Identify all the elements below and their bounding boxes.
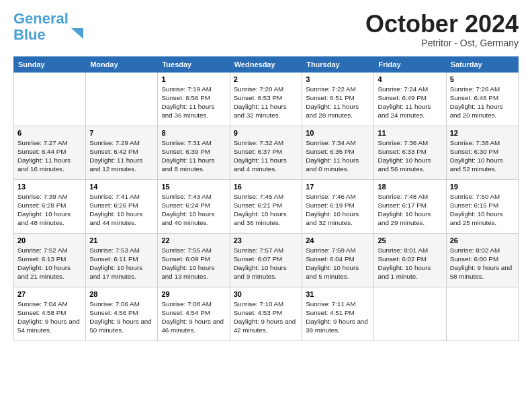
- day-number: 26: [450, 236, 515, 244]
- calendar-week-row: 27Sunrise: 7:04 AM Sunset: 4:58 PM Dayli…: [14, 287, 519, 340]
- day-number: 25: [378, 236, 442, 244]
- day-number: 15: [161, 183, 226, 191]
- table-row: 15Sunrise: 7:43 AM Sunset: 6:24 PM Dayli…: [158, 179, 230, 233]
- location-subtitle: Petritor - Ost, Germany: [365, 38, 519, 48]
- day-info: Sunrise: 7:45 AM Sunset: 6:21 PM Dayligh…: [234, 192, 299, 228]
- day-number: 27: [17, 290, 82, 298]
- day-info: Sunrise: 7:04 AM Sunset: 4:58 PM Dayligh…: [17, 300, 82, 335]
- day-info: Sunrise: 7:10 AM Sunset: 4:53 PM Dayligh…: [234, 300, 299, 335]
- calendar-week-row: 6Sunrise: 7:27 AM Sunset: 6:44 PM Daylig…: [14, 126, 519, 179]
- day-info: Sunrise: 7:19 AM Sunset: 6:56 PM Dayligh…: [161, 85, 226, 120]
- page: General Blue October 2024 Petritor - Ost…: [0, 0, 532, 348]
- day-number: 23: [234, 236, 299, 244]
- day-number: 13: [17, 183, 82, 191]
- table-row: 22Sunrise: 7:55 AM Sunset: 6:09 PM Dayli…: [158, 233, 230, 287]
- table-row: [86, 72, 158, 126]
- day-info: Sunrise: 7:59 AM Sunset: 6:04 PM Dayligh…: [306, 246, 370, 281]
- table-row: 8Sunrise: 7:31 AM Sunset: 6:39 PM Daylig…: [158, 126, 230, 179]
- day-info: Sunrise: 7:39 AM Sunset: 6:28 PM Dayligh…: [17, 192, 82, 228]
- day-number: 22: [161, 236, 226, 244]
- calendar-week-row: 20Sunrise: 7:52 AM Sunset: 6:13 PM Dayli…: [14, 233, 519, 287]
- table-row: 3Sunrise: 7:22 AM Sunset: 6:51 PM Daylig…: [302, 72, 374, 126]
- table-row: 2Sunrise: 7:20 AM Sunset: 6:53 PM Daylig…: [230, 72, 302, 126]
- day-info: Sunrise: 7:36 AM Sunset: 6:33 PM Dayligh…: [378, 138, 442, 174]
- calendar-week-row: 13Sunrise: 7:39 AM Sunset: 6:28 PM Dayli…: [14, 179, 519, 233]
- day-number: 5: [450, 75, 515, 83]
- day-info: Sunrise: 7:29 AM Sunset: 6:42 PM Dayligh…: [89, 138, 154, 174]
- table-row: 21Sunrise: 7:53 AM Sunset: 6:11 PM Dayli…: [86, 233, 158, 287]
- table-row: [446, 287, 518, 340]
- day-number: 30: [234, 290, 299, 298]
- logo-line2: Blue: [13, 26, 46, 43]
- day-number: 14: [89, 183, 154, 191]
- day-info: Sunrise: 7:41 AM Sunset: 6:26 PM Dayligh…: [89, 192, 154, 228]
- day-number: 10: [306, 129, 370, 137]
- day-info: Sunrise: 7:43 AM Sunset: 6:24 PM Dayligh…: [161, 192, 226, 228]
- day-info: Sunrise: 8:02 AM Sunset: 6:00 PM Dayligh…: [450, 246, 515, 281]
- col-tuesday: Tuesday: [158, 56, 230, 72]
- day-info: Sunrise: 7:53 AM Sunset: 6:11 PM Dayligh…: [89, 246, 154, 281]
- table-row: 12Sunrise: 7:38 AM Sunset: 6:30 PM Dayli…: [446, 126, 518, 179]
- table-row: 19Sunrise: 7:50 AM Sunset: 6:15 PM Dayli…: [446, 179, 518, 233]
- col-sunday: Sunday: [14, 56, 86, 72]
- logo-arrow-icon: [70, 27, 85, 42]
- day-number: 6: [17, 129, 82, 137]
- day-number: 1: [161, 75, 226, 83]
- day-info: Sunrise: 7:11 AM Sunset: 4:51 PM Dayligh…: [306, 300, 370, 335]
- table-row: 11Sunrise: 7:36 AM Sunset: 6:33 PM Dayli…: [374, 126, 446, 179]
- table-row: 31Sunrise: 7:11 AM Sunset: 4:51 PM Dayli…: [302, 287, 374, 340]
- svg-marker-0: [71, 28, 83, 39]
- day-number: 7: [89, 129, 154, 137]
- col-friday: Friday: [374, 56, 446, 72]
- table-row: [374, 287, 446, 340]
- calendar-header-row: Sunday Monday Tuesday Wednesday Thursday…: [14, 56, 519, 72]
- day-info: Sunrise: 7:34 AM Sunset: 6:35 PM Dayligh…: [306, 138, 370, 174]
- table-row: 4Sunrise: 7:24 AM Sunset: 6:49 PM Daylig…: [374, 72, 446, 126]
- table-row: 10Sunrise: 7:34 AM Sunset: 6:35 PM Dayli…: [302, 126, 374, 179]
- day-info: Sunrise: 7:57 AM Sunset: 6:07 PM Dayligh…: [234, 246, 299, 281]
- table-row: [14, 72, 86, 126]
- table-row: 1Sunrise: 7:19 AM Sunset: 6:56 PM Daylig…: [158, 72, 230, 126]
- col-saturday: Saturday: [446, 56, 518, 72]
- day-number: 16: [234, 183, 299, 191]
- day-info: Sunrise: 7:32 AM Sunset: 6:37 PM Dayligh…: [234, 138, 299, 174]
- table-row: 6Sunrise: 7:27 AM Sunset: 6:44 PM Daylig…: [14, 126, 86, 179]
- table-row: 25Sunrise: 8:01 AM Sunset: 6:02 PM Dayli…: [374, 233, 446, 287]
- day-info: Sunrise: 7:24 AM Sunset: 6:49 PM Dayligh…: [378, 85, 442, 120]
- day-number: 2: [234, 75, 299, 83]
- logo-line1: General: [13, 10, 69, 27]
- day-number: 18: [378, 183, 442, 191]
- table-row: 9Sunrise: 7:32 AM Sunset: 6:37 PM Daylig…: [230, 126, 302, 179]
- day-info: Sunrise: 8:01 AM Sunset: 6:02 PM Dayligh…: [378, 246, 442, 281]
- day-info: Sunrise: 7:27 AM Sunset: 6:44 PM Dayligh…: [17, 138, 82, 174]
- table-row: 24Sunrise: 7:59 AM Sunset: 6:04 PM Dayli…: [302, 233, 374, 287]
- day-info: Sunrise: 7:52 AM Sunset: 6:13 PM Dayligh…: [17, 246, 82, 281]
- day-number: 31: [306, 290, 370, 298]
- day-number: 8: [161, 129, 226, 137]
- day-number: 21: [89, 236, 154, 244]
- table-row: 5Sunrise: 7:26 AM Sunset: 6:46 PM Daylig…: [446, 72, 518, 126]
- day-info: Sunrise: 7:46 AM Sunset: 6:19 PM Dayligh…: [306, 192, 370, 228]
- day-number: 4: [378, 75, 442, 83]
- col-wednesday: Wednesday: [230, 56, 302, 72]
- month-title: October 2024: [365, 11, 519, 38]
- day-info: Sunrise: 7:38 AM Sunset: 6:30 PM Dayligh…: [450, 138, 515, 174]
- table-row: 30Sunrise: 7:10 AM Sunset: 4:53 PM Dayli…: [230, 287, 302, 340]
- table-row: 23Sunrise: 7:57 AM Sunset: 6:07 PM Dayli…: [230, 233, 302, 287]
- day-number: 29: [161, 290, 226, 298]
- day-info: Sunrise: 7:22 AM Sunset: 6:51 PM Dayligh…: [306, 85, 370, 120]
- day-number: 17: [306, 183, 370, 191]
- table-row: 17Sunrise: 7:46 AM Sunset: 6:19 PM Dayli…: [302, 179, 374, 233]
- day-number: 9: [234, 129, 299, 137]
- table-row: 27Sunrise: 7:04 AM Sunset: 4:58 PM Dayli…: [14, 287, 86, 340]
- day-number: 3: [306, 75, 370, 83]
- table-row: 7Sunrise: 7:29 AM Sunset: 6:42 PM Daylig…: [86, 126, 158, 179]
- day-number: 20: [17, 236, 82, 244]
- day-info: Sunrise: 7:48 AM Sunset: 6:17 PM Dayligh…: [378, 192, 442, 228]
- col-thursday: Thursday: [302, 56, 374, 72]
- day-number: 28: [89, 290, 154, 298]
- day-number: 19: [450, 183, 515, 191]
- logo: General Blue: [13, 11, 85, 43]
- table-row: 16Sunrise: 7:45 AM Sunset: 6:21 PM Dayli…: [230, 179, 302, 233]
- day-info: Sunrise: 7:55 AM Sunset: 6:09 PM Dayligh…: [161, 246, 226, 281]
